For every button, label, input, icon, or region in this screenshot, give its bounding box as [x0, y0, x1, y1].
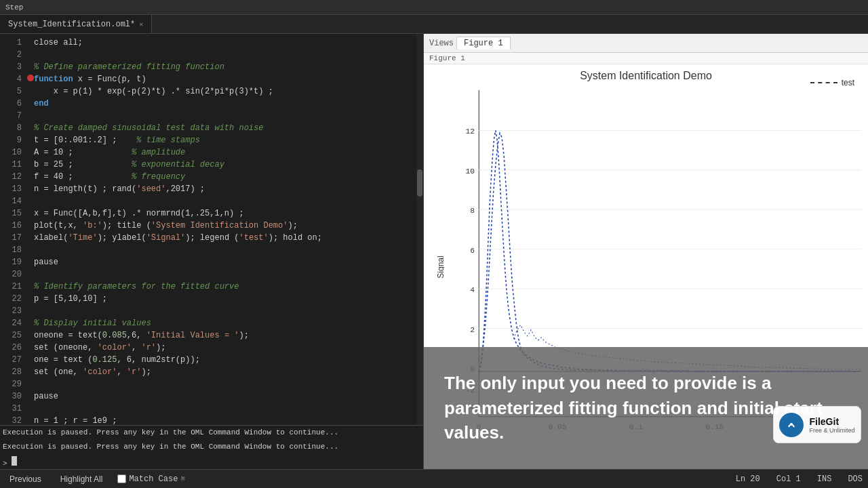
top-bar-title: Step: [5, 3, 23, 12]
test-legend-label: test: [842, 78, 854, 87]
bottom-toolbar: Previous Highlight All Match Case ⌘ Ln 2…: [0, 469, 868, 488]
dos-indicator: DOS: [848, 474, 863, 484]
dotted-line-icon: [810, 82, 837, 83]
test-legend: test: [810, 78, 854, 87]
chart-title: System Identification Demo: [424, 64, 868, 87]
execution-status-line2: Execution is paused. Press any key in th…: [0, 440, 423, 455]
views-tab-figure1[interactable]: Figure 1: [456, 37, 511, 49]
editor-scrollbar[interactable]: [416, 34, 423, 425]
filgit-logo: FileGit Free & Unlimited: [773, 406, 861, 443]
close-icon[interactable]: ✕: [139, 20, 143, 28]
figure-label: Figure 1: [424, 53, 868, 64]
tab-system-identification[interactable]: System_Identification.oml* ✕: [0, 15, 152, 33]
col-indicator: Col 1: [776, 474, 801, 484]
svg-text:12: 12: [466, 127, 475, 136]
tab-label: System_Identification.oml*: [8, 20, 135, 29]
console-prompt[interactable]: >: [0, 455, 423, 469]
match-case-shortcut: ⌘: [180, 474, 185, 483]
execution-status-line1: Execution is paused. Press any key in th…: [0, 426, 423, 441]
svg-text:6: 6: [470, 247, 475, 255]
top-bar: Step: [0, 0, 868, 15]
status-panel: Execution is paused. Press any key in th…: [0, 425, 423, 469]
svg-text:2: 2: [470, 326, 475, 334]
editor-panel: 1close all; 2 3% Define parameterized fi…: [0, 34, 424, 469]
scrollbar-thumb[interactable]: [417, 169, 422, 197]
ln-indicator: Ln 20: [736, 474, 760, 484]
views-bar: Views Figure 1: [424, 34, 868, 53]
chart-area: System Identification Demo test Initial …: [424, 64, 868, 469]
filgit-icon: [779, 413, 804, 437]
filgit-name: FileGit: [809, 416, 854, 427]
svg-text:10: 10: [466, 167, 475, 176]
match-case-checkbox-label[interactable]: Match Case ⌘: [117, 474, 185, 484]
status-right: Ln 20 Col 1 INS DOS: [736, 474, 863, 484]
code-lines: 1close all; 2 3% Define parameterized fi…: [5, 37, 411, 425]
match-case-label: Match Case: [129, 474, 178, 484]
tab-bar: System_Identification.oml* ✕: [0, 15, 868, 34]
highlight-all-button[interactable]: Highlight All: [56, 473, 107, 485]
right-panel: Views Figure 1 Figure 1 System Identific…: [424, 34, 868, 469]
svg-point-26: [790, 423, 793, 426]
filgit-tagline: Free & Unlimited: [809, 427, 854, 434]
match-case-checkbox[interactable]: [117, 474, 126, 483]
previous-button[interactable]: Previous: [5, 473, 45, 485]
ins-indicator: INS: [817, 474, 832, 484]
svg-text:4: 4: [470, 286, 475, 294]
svg-text:8: 8: [470, 207, 475, 215]
views-label: Views: [429, 39, 454, 48]
prompt-symbol: >: [3, 460, 7, 468]
cursor-icon: [12, 456, 17, 466]
